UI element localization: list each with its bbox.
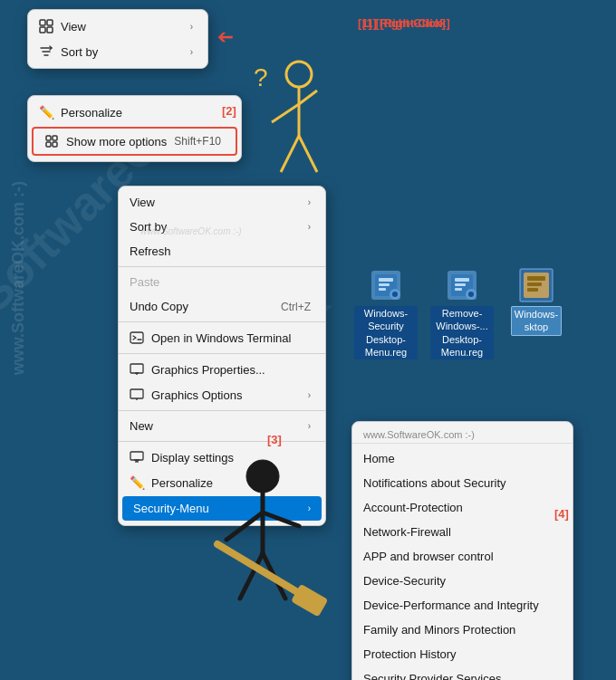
- menu4-devicesecurity-item[interactable]: Device-Security: [352, 569, 573, 593]
- monitor-icon: [130, 450, 144, 465]
- label-2: [2]: [222, 104, 236, 118]
- sep1: [119, 266, 325, 267]
- svg-rect-30: [379, 288, 386, 291]
- svg-rect-1: [47, 20, 53, 25]
- svg-rect-5: [53, 136, 57, 140]
- menu4-appbrowser-item[interactable]: APP and browser control: [352, 544, 573, 569]
- menu4-deviceperf-item[interactable]: Device-Performance and Integrity: [352, 593, 573, 618]
- menu3-gfxprops-item[interactable]: Graphics Properties...: [119, 357, 325, 382]
- menu1-view-arrow: ›: [190, 22, 193, 32]
- menu4-deviceperf-label: Device-Performance and Integrity: [363, 599, 539, 612]
- menu1-sortby-item[interactable]: Sort by ›: [28, 39, 207, 64]
- svg-rect-43: [527, 283, 542, 286]
- svg-rect-20: [130, 389, 143, 398]
- menu4-securityprovider-label: Security Provider Services: [363, 672, 501, 680]
- svg-rect-37: [455, 288, 462, 291]
- svg-text:?: ?: [254, 63, 268, 91]
- desktop-icon-sktop-label: Windows-sktop: [511, 306, 562, 336]
- menu4-home-item[interactable]: Home: [352, 446, 573, 471]
- display2-icon: [130, 388, 144, 402]
- svg-rect-0: [40, 20, 45, 25]
- menu4-notifications-label: Notifications about Security: [363, 476, 506, 490]
- menu4-securityprovider-item[interactable]: Security Provider Services: [352, 666, 573, 680]
- menu3-view-label: View: [130, 196, 155, 209]
- menu2-showmore-item[interactable]: Show more options Shift+F10: [34, 129, 236, 154]
- menu3-paste-item: Paste: [119, 270, 325, 294]
- context-menu-personalize: ✏️ Personalize Show more options Shift+F…: [27, 95, 242, 162]
- svg-point-39: [468, 292, 474, 297]
- menu3-view-arrow: ›: [308, 197, 311, 207]
- watermark-side: www.SoftwareOK.com :-): [9, 181, 28, 375]
- menu3-sortby-arrow: ›: [308, 222, 311, 232]
- svg-rect-42: [527, 276, 545, 281]
- menu4-protectionhistory-item[interactable]: Protection History: [352, 642, 573, 666]
- show-more-border: Show more options Shift+F10: [32, 127, 237, 156]
- svg-line-48: [263, 512, 299, 526]
- svg-rect-7: [53, 142, 57, 147]
- menu3-terminal-item[interactable]: Open in Windows Terminal: [119, 325, 325, 350]
- stickfigure-thinking: ?: [236, 54, 344, 199]
- context-menu-security: www.SoftwareOK.com :-) Home Notification…: [351, 421, 573, 680]
- menu3-new-item[interactable]: New ›: [119, 414, 325, 438]
- menu3-undocopy-item[interactable]: Undo Copy Ctrl+Z: [119, 294, 325, 319]
- svg-rect-17: [130, 364, 143, 373]
- svg-rect-36: [455, 283, 466, 286]
- desktop-icon-windows-security-label: Windows-SecurityDesktop-Menu.reg: [354, 306, 418, 359]
- desktop-icon-remove-windows[interactable]: Remove-Windows-...Desktop-Menu.reg: [429, 267, 495, 359]
- menu3-gfxoptions-item[interactable]: Graphics Options ›: [119, 382, 325, 407]
- svg-rect-35: [455, 278, 469, 282]
- label-3: [3]: [267, 433, 282, 446]
- desktop-icon-remove-label: Remove-Windows-...Desktop-Menu.reg: [430, 306, 494, 359]
- menu4-account-item[interactable]: Account-Protection: [352, 495, 573, 520]
- menu3-gfxoptions-arrow: ›: [308, 390, 311, 400]
- svg-point-8: [286, 62, 312, 87]
- menu3-refresh-item[interactable]: Refresh: [119, 239, 325, 263]
- menu3-gfxoptions-label: Graphics Options: [151, 388, 242, 402]
- paint-icon: ✏️: [39, 105, 53, 120]
- menu4-family-item[interactable]: Family and Minors Protection: [352, 618, 573, 642]
- svg-line-11: [299, 91, 317, 104]
- menu2-personalize-item[interactable]: ✏️ Personalize: [28, 100, 241, 125]
- menu3-terminal-label: Open in Windows Terminal: [151, 331, 291, 345]
- menu3-securitymenu-label: Security-Menu: [133, 502, 209, 515]
- menu4-firewall-item[interactable]: Network-Firewall: [352, 520, 573, 544]
- menu3-sortby-item[interactable]: Sort by ›: [119, 215, 325, 239]
- menu4-appbrowser-label: APP and browser control: [363, 550, 494, 563]
- svg-line-13: [299, 136, 317, 172]
- menu3-undocopy-shortcut: Ctrl+Z: [281, 301, 311, 313]
- menu2-personalize-label: Personalize: [61, 106, 122, 120]
- menu1-sortby-label: Sort by: [61, 45, 98, 59]
- menu3-new-arrow: ›: [308, 421, 311, 431]
- svg-rect-2: [40, 27, 45, 33]
- menu3-gfxprops-label: Graphics Properties...: [151, 363, 265, 377]
- menu3-paste-label: Paste: [130, 275, 159, 289]
- menu1-sortby-arrow: ›: [190, 47, 193, 57]
- svg-rect-3: [47, 27, 53, 33]
- label-1: [1] [Right-Click]: [358, 16, 446, 30]
- svg-rect-4: [46, 136, 51, 140]
- sep2: [119, 321, 325, 322]
- context-menu-simple: View › Sort by ›: [27, 9, 208, 69]
- desktop-icon-windows-sktop[interactable]: Windows-sktop: [504, 267, 569, 336]
- display-icon: [130, 362, 144, 377]
- label-4: [4]: [554, 507, 569, 521]
- svg-line-47: [226, 512, 263, 540]
- sep4: [119, 410, 325, 411]
- menu1-view-label: View: [61, 20, 86, 34]
- sep5: [119, 441, 325, 442]
- desktop-icon-windows-security[interactable]: Windows-SecurityDesktop-Menu.reg: [353, 267, 419, 359]
- svg-rect-44: [527, 288, 538, 292]
- menu4-notifications-item[interactable]: Notifications about Security: [352, 471, 573, 495]
- menu2-showmore-label: Show more options: [66, 135, 167, 148]
- svg-line-12: [281, 136, 299, 172]
- terminal-icon: [130, 330, 144, 345]
- menu3-refresh-label: Refresh: [130, 244, 171, 258]
- svg-rect-29: [379, 283, 390, 286]
- svg-line-10: [272, 104, 299, 122]
- menu4-header: www.SoftwareOK.com :-): [352, 426, 573, 444]
- svg-rect-6: [46, 142, 51, 147]
- svg-rect-15: [130, 332, 143, 343]
- menu1-view-item[interactable]: View ›: [28, 14, 207, 39]
- menu3-view-item[interactable]: View ›: [119, 190, 325, 215]
- sort-icon: [39, 44, 53, 59]
